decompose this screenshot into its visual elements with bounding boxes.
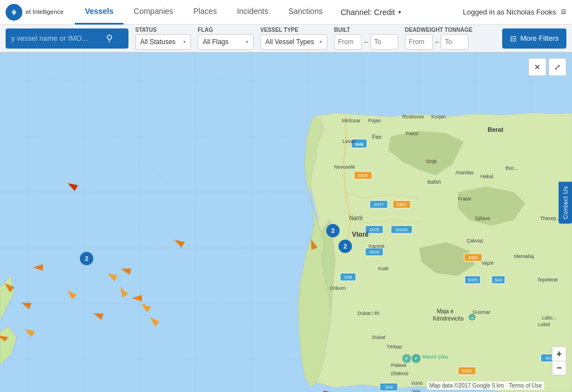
built-to-input[interactable]	[370, 34, 398, 50]
svg-text:Memaliaj: Memaliaj	[514, 254, 534, 259]
channel-selector[interactable]: Channel: Credit ▾	[333, 8, 409, 17]
search-box: ⚲	[6, 28, 128, 49]
svg-text:E853: E853	[469, 256, 478, 260]
terms-of-use-link[interactable]: Terms of Use	[509, 383, 542, 389]
status-caret-icon: ▾	[183, 39, 186, 45]
cluster-count: 2	[85, 255, 88, 262]
svg-text:Gjilave: Gjilave	[475, 216, 490, 221]
svg-text:Vlorë: Vlorë	[352, 231, 369, 238]
svg-text:SH100: SH100	[395, 228, 408, 232]
svg-text:Ballsh: Ballsh	[427, 179, 441, 185]
more-filters-label: More Filters	[520, 34, 559, 42]
map-attribution: Map data ©2017 Google 5 km Terms of Use	[427, 381, 544, 390]
contact-us-wrapper: Contact Us	[559, 181, 572, 223]
svg-text:P: P	[406, 357, 408, 361]
svg-text:Çalıvaç: Çalıvaç	[466, 238, 484, 243]
svg-text:SH8: SH8	[344, 275, 352, 279]
vessel-type-value: All Vessel Types	[265, 38, 314, 46]
dwt-label: Deadweight Tonnage	[405, 27, 473, 33]
expand-icon: ⤢	[554, 63, 561, 71]
nav-places[interactable]: Places	[183, 0, 227, 25]
expand-map-button[interactable]: ⤢	[549, 58, 566, 76]
svg-text:Labc...: Labc...	[542, 315, 557, 321]
svg-text:Boc...: Boc...	[506, 165, 518, 171]
svg-text:Aranitas: Aranitas	[455, 170, 474, 175]
svg-text:Berat: Berat	[488, 126, 503, 133]
user-info: Logged in as Nicholas Fooks ≡	[463, 6, 566, 18]
cluster-count: 2	[344, 243, 347, 250]
built-label: Built	[334, 27, 398, 33]
svg-text:Hekal: Hekal	[480, 174, 493, 179]
channel-label: Channel: Credit	[341, 8, 395, 17]
cluster-marker[interactable]: 2	[80, 252, 93, 265]
svg-text:Levan: Levan	[342, 138, 356, 144]
zoom-controls: + −	[552, 346, 566, 375]
map-container: SH8 E855 SH77 E853 SH76 SH100 SH76 SH8 E…	[0, 52, 572, 392]
nav-companies[interactable]: Companies	[123, 0, 183, 25]
zoom-out-button[interactable]: −	[552, 361, 566, 375]
svg-text:Fier: Fier	[372, 134, 382, 140]
svg-text:Kotë: Kotë	[378, 266, 389, 271]
vessel-type-dropdown[interactable]: All Vessel Types ▾	[260, 34, 327, 50]
svg-text:Fratar: Fratar	[458, 196, 471, 202]
flag-dropdown[interactable]: All Flags ▾	[198, 34, 254, 50]
cluster-count: 2	[331, 227, 335, 234]
svg-text:Jala: Jala	[411, 389, 421, 392]
dwt-from-input[interactable]	[405, 34, 433, 50]
dwt-to-input[interactable]	[441, 34, 469, 50]
svg-text:Miclosar: Miclosar	[342, 118, 361, 123]
svg-text:P: P	[415, 357, 418, 361]
svg-text:Novoselë: Novoselë	[334, 164, 355, 170]
svg-text:Maja e: Maja e	[437, 308, 454, 314]
flag-value: All Flags	[203, 38, 228, 46]
svg-text:Dukat i Ri: Dukat i Ri	[358, 310, 379, 316]
search-input[interactable]	[11, 34, 106, 42]
app-logo: et Intelligence	[6, 4, 64, 21]
menu-icon[interactable]: ≡	[560, 6, 566, 18]
more-filters-button[interactable]: ⊟ More Filters	[502, 28, 566, 49]
nav-sanctions[interactable]: Sanctions	[278, 0, 332, 25]
flag-label: Flag	[198, 27, 254, 33]
svg-text:SH76: SH76	[468, 278, 478, 282]
zoom-out-icon: −	[556, 363, 561, 373]
svg-text:Sinjë: Sinjë	[426, 159, 437, 164]
built-from-input[interactable]	[334, 34, 362, 50]
status-label: Status	[135, 27, 191, 33]
dwt-filter: Deadweight Tonnage –	[405, 27, 473, 50]
map-controls: ✕ ⤢	[528, 58, 566, 76]
svg-text:Gusmar: Gusmar	[473, 309, 490, 315]
contact-us-button[interactable]: Contact Us	[559, 181, 572, 223]
cluster-marker[interactable]: 2	[339, 240, 352, 253]
logo-text: et Intelligence	[26, 8, 64, 16]
flag-filter: Flag All Flags ▾	[198, 27, 254, 50]
svg-text:Pojan: Pojan	[368, 118, 381, 123]
svg-text:SH8: SH8	[385, 385, 393, 389]
svg-text:SH4: SH4	[494, 278, 502, 282]
svg-text:SH76: SH76	[369, 250, 379, 254]
svg-text:Vajzë: Vajzë	[482, 260, 494, 266]
svg-text:E853: E853	[397, 203, 406, 207]
zoom-in-button[interactable]: +	[552, 346, 566, 361]
logo-icon	[6, 4, 22, 21]
search-icon[interactable]: ⚲	[106, 33, 113, 44]
zoom-in-icon: +	[556, 349, 561, 359]
svg-text:Tërbac: Tërbac	[387, 344, 403, 350]
svg-text:SH76: SH76	[369, 228, 379, 232]
svg-text:Orikum: Orikum	[330, 285, 346, 291]
status-dropdown[interactable]: All Statuses ▾	[135, 34, 191, 50]
flag-caret-icon: ▾	[246, 39, 249, 45]
svg-text:SH77: SH77	[374, 203, 384, 207]
svg-text:Këndrevicës: Këndrevicës	[433, 315, 464, 322]
cluster-marker[interactable]: 2	[326, 224, 340, 237]
svg-text:Roskovec: Roskovec	[402, 114, 425, 119]
svg-text:Mount Çika: Mount Çika	[422, 354, 448, 360]
map-background[interactable]: SH8 E855 SH77 E853 SH76 SH100 SH76 SH8 E…	[0, 52, 572, 392]
svg-text:Palasë: Palasë	[391, 362, 407, 368]
nav-vessels[interactable]: Vessels	[75, 0, 123, 25]
svg-text:Kurjan: Kurjan	[431, 114, 446, 119]
svg-text:Patos: Patos	[406, 131, 419, 136]
svg-text:Dhërmii: Dhërmii	[391, 371, 408, 376]
close-map-button[interactable]: ✕	[528, 58, 546, 76]
built-dash: –	[364, 38, 368, 46]
nav-incidents[interactable]: Incidents	[227, 0, 278, 25]
